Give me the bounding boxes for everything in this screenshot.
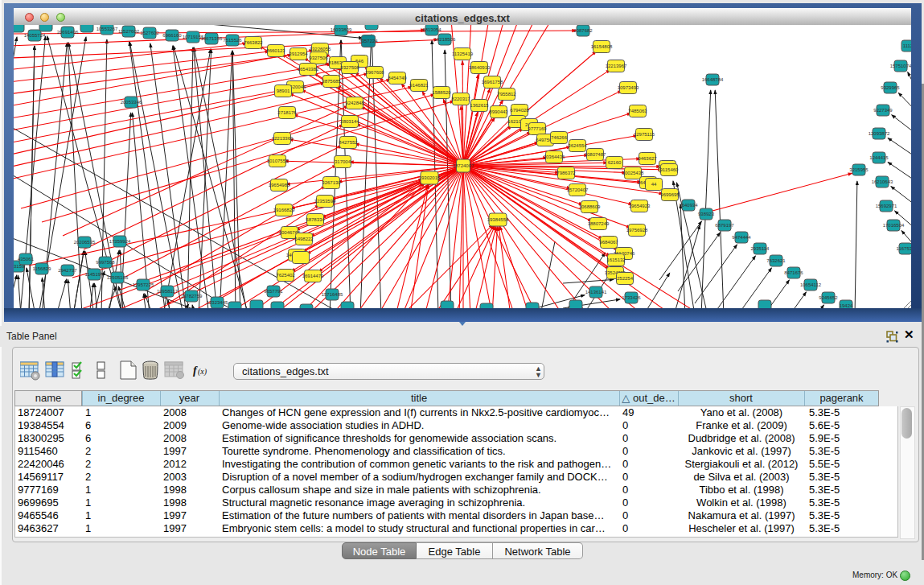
svg-text:9997568: 9997568	[96, 260, 115, 265]
svg-text:19654923: 19654923	[629, 204, 651, 208]
svg-text:10671355: 10671355	[201, 36, 223, 41]
svg-text:20053346: 20053346	[121, 100, 142, 105]
svg-text:7357224: 7357224	[359, 39, 378, 43]
svg-text:18724007: 18724007	[453, 163, 474, 168]
svg-text:16210643: 16210643	[872, 179, 893, 184]
svg-text:18807249: 18807249	[588, 221, 610, 226]
svg-text:12213369: 12213369	[272, 136, 294, 141]
svg-text:14136141: 14136141	[585, 290, 607, 295]
svg-text:12353594: 12353594	[314, 199, 336, 204]
svg-text:6794028: 6794028	[510, 108, 529, 113]
svg-text:16914479: 16914479	[302, 274, 324, 278]
svg-text:10973493: 10973493	[618, 85, 639, 90]
svg-text:435061: 435061	[18, 257, 35, 262]
svg-text:9115460: 9115460	[660, 167, 680, 172]
svg-text:8813054: 8813054	[422, 27, 441, 32]
svg-text:1244415: 1244415	[869, 155, 889, 160]
svg-text:3875685: 3875685	[322, 79, 341, 84]
svg-text:17359924: 17359924	[109, 239, 131, 244]
svg-text:1733426: 1733426	[622, 295, 641, 300]
svg-text:2942737: 2942737	[58, 268, 77, 273]
svg-text:7663822: 7663822	[244, 40, 263, 45]
svg-text:5878334: 5878334	[306, 217, 325, 222]
svg-text:8660123: 8660123	[266, 48, 285, 53]
svg-text:9227349: 9227349	[873, 108, 893, 113]
svg-text:3624554: 3624554	[568, 143, 587, 148]
svg-text:7955812: 7955812	[497, 92, 516, 97]
svg-text:9245652: 9245652	[819, 295, 838, 300]
svg-text:9327508: 9327508	[340, 65, 359, 70]
svg-text:317004: 317004	[335, 159, 351, 164]
svg-text:10025438: 10025438	[622, 171, 644, 175]
svg-text:62160: 62160	[608, 160, 622, 165]
svg-text:10958117: 10958117	[157, 289, 179, 294]
svg-text:8427552: 8427552	[339, 140, 358, 145]
svg-text:11527602: 11527602	[118, 29, 140, 34]
svg-text:19424: 19424	[840, 303, 853, 308]
svg-text:12975115: 12975115	[634, 132, 655, 137]
svg-text:1588520: 1588520	[432, 90, 451, 95]
svg-text:15716485: 15716485	[322, 292, 343, 297]
svg-text:6879197: 6879197	[715, 223, 734, 228]
svg-text:19756928: 19756928	[626, 228, 648, 233]
svg-text:16543382: 16543382	[298, 67, 319, 72]
svg-text:9777169: 9777169	[528, 126, 547, 131]
svg-text:938923: 938923	[698, 212, 715, 216]
svg-text:12213967: 12213967	[606, 64, 627, 68]
svg-text:15720407: 15720407	[567, 187, 589, 192]
svg-text:5498222: 5498222	[294, 237, 314, 241]
svg-text:9699695: 9699695	[660, 192, 680, 197]
svg-text:1615132: 1615132	[606, 257, 626, 262]
svg-text:9684067: 9684067	[599, 240, 618, 245]
svg-text:1527602: 1527602	[140, 31, 159, 35]
svg-text:13226055: 13226055	[310, 47, 331, 51]
svg-text:10553267: 10553267	[97, 27, 118, 31]
svg-text:20364436: 20364436	[544, 154, 565, 159]
svg-text:19384554: 19384554	[487, 217, 509, 222]
svg-text:17957225: 17957225	[133, 282, 154, 287]
svg-text:1156829: 1156829	[33, 266, 52, 271]
svg-text:12323445: 12323445	[207, 300, 228, 305]
svg-text:9474444: 9474444	[732, 235, 751, 240]
svg-text:2935114: 2935114	[751, 246, 770, 251]
svg-text:10807487: 10807487	[585, 152, 606, 157]
svg-text:16154808: 16154808	[591, 44, 613, 49]
svg-text:12505185: 12505185	[107, 275, 129, 280]
svg-text:19166829: 19166829	[273, 208, 295, 212]
svg-text:14055724: 14055724	[24, 33, 46, 38]
svg-text:9463627: 9463627	[638, 156, 657, 161]
svg-text:1362615: 1362615	[470, 103, 489, 108]
svg-text:7986372: 7986372	[556, 171, 576, 175]
svg-text:1112: 1112	[903, 43, 911, 48]
svg-text:2087682: 2087682	[573, 28, 593, 33]
svg-text:10107553: 10107553	[267, 159, 289, 163]
svg-text:3267130: 3267130	[322, 180, 341, 185]
svg-text:10688609: 10688609	[579, 204, 601, 209]
svg-text:7625402: 7625402	[276, 273, 295, 278]
svg-text:2803144: 2803144	[340, 119, 359, 124]
svg-text:16782759: 16782759	[181, 294, 203, 299]
svg-text:11325419: 11325419	[452, 51, 474, 56]
svg-text:1640934: 1640934	[679, 203, 698, 208]
svg-text:8454749: 8454749	[388, 76, 407, 80]
svg-text:8990443: 8990443	[489, 109, 508, 114]
svg-text:12093872: 12093872	[869, 131, 890, 136]
svg-text:44: 44	[651, 182, 657, 187]
svg-text:9657791: 9657791	[264, 289, 283, 294]
svg-text:10654112: 10654112	[800, 282, 822, 287]
svg-text:8471676: 8471676	[784, 270, 803, 275]
svg-text:7515526: 7515526	[223, 38, 242, 43]
svg-text:7632621: 7632621	[766, 258, 786, 263]
svg-text:9329965: 9329965	[881, 85, 900, 90]
svg-text:19654985: 19654985	[269, 183, 290, 187]
svg-text:18640910: 18640910	[469, 65, 491, 70]
svg-text:9146821: 9146821	[409, 83, 429, 88]
svg-text:1145194: 1145194	[85, 272, 105, 277]
svg-text:15751074: 15751074	[890, 64, 911, 68]
svg-text:19302015: 19302015	[419, 175, 441, 180]
svg-text:9327506: 9327506	[309, 56, 328, 60]
svg-text:19218506: 19218506	[434, 37, 456, 42]
svg-text:2718176: 2718176	[277, 110, 297, 115]
svg-text:16961758: 16961758	[482, 80, 503, 84]
svg-text:252254: 252254	[617, 276, 634, 281]
